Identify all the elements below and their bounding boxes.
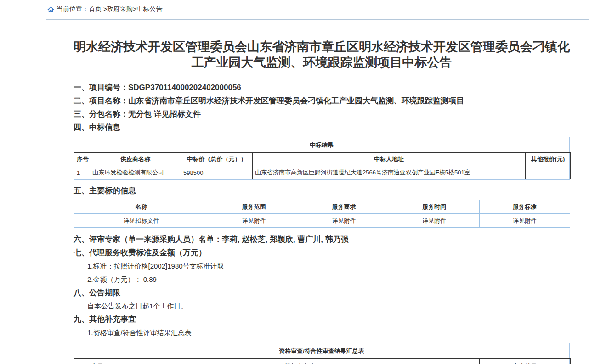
section-agency-fee: 七、代理服务收费标准及金额（万元） bbox=[74, 248, 570, 258]
section-project-number: 一、项目编号：SDGP370114000202402000056 bbox=[74, 83, 570, 92]
breadcrumb: 当前位置： 首页 > 政府采购 > 中标公告 bbox=[47, 5, 162, 13]
column-header: 服务范围 bbox=[209, 200, 299, 214]
cell-time: 详见附件 bbox=[389, 214, 480, 228]
section-award-info: 四、中标信息 bbox=[74, 123, 570, 132]
cell-standard: 详见附件 bbox=[480, 214, 570, 228]
column-header: 序号 bbox=[74, 153, 90, 166]
section-subpackage-name: 三、分包名称：无分包 详见招标文件 bbox=[74, 110, 570, 119]
award-table: 序号 供应商名称 中标价（总价（元）） 中标人地址 其他报价(元) 1 山东环发… bbox=[74, 152, 571, 179]
cell-scope: 详见附件 bbox=[209, 214, 299, 228]
cell-seq: 1 bbox=[74, 166, 90, 179]
project-name-value: 山东省济南市章丘区明水经济技术开发区管理委员会刁镇化工产业园大气监测、环境跟踪监… bbox=[128, 96, 464, 105]
review-table-caption: 资格审查/符合性审查结果汇总表 bbox=[74, 343, 569, 358]
column-header: 中标价（总价（元）） bbox=[181, 153, 253, 166]
breadcrumb-link-home[interactable]: 首页 bbox=[89, 5, 102, 13]
page-title: 明水经济技术开发区管理委员会山东省济南市章丘区明水经济技术开发区管理委员会刁镇化… bbox=[74, 39, 570, 70]
section-label: 二、项目名称： bbox=[74, 96, 128, 105]
review-table-header-row: 序号 投标人名称 审查结果 bbox=[74, 359, 571, 364]
announcement-content: 明水经济技术开发区管理委员会山东省济南市章丘区明水经济技术开发区管理委员会刁镇化… bbox=[74, 39, 570, 364]
column-header: 供应商名称 bbox=[90, 153, 181, 166]
other-matters-text: 1.资格审查/符合性评审结果汇总表 bbox=[87, 328, 570, 337]
award-table-row: 1 山东环发检验检测有限公司 598500 山东省济南市高新区巨野河街道世纪大道… bbox=[74, 166, 571, 179]
subject-table: 名称 服务范围 服务要求 服务时间 服务标准 详见招标文件 详见附件 详见附件 … bbox=[74, 200, 570, 228]
announcement-panel: 明水经济技术开发区管理委员会山东省济南市章丘区明水经济技术开发区管理委员会刁镇化… bbox=[46, 19, 589, 364]
column-header: 其他报价(元) bbox=[526, 153, 571, 166]
home-icon[interactable] bbox=[47, 6, 54, 13]
section-experts: 六、评审专家（单一来源采购人员）名单：李莉, 赵松芝, 郑颖欣, 曹广川, 韩乃… bbox=[74, 235, 570, 244]
column-header: 投标人名称 bbox=[120, 359, 480, 364]
subject-table-header-row: 名称 服务范围 服务要求 服务时间 服务标准 bbox=[74, 200, 570, 214]
cell-other-price bbox=[526, 166, 571, 179]
section-label: 六、评审专家（单一来源采购人员）名单： bbox=[74, 235, 222, 244]
section-label: 一、项目编号： bbox=[74, 83, 128, 92]
column-header: 服务要求 bbox=[299, 200, 389, 214]
award-table-header-row: 序号 供应商名称 中标价（总价（元）） 中标人地址 其他报价(元) bbox=[74, 153, 571, 166]
section-project-name: 二、项目名称：山东省济南市章丘区明水经济技术开发区管理委员会刁镇化工产业园大气监… bbox=[74, 96, 570, 106]
agency-fee-standard: 1.标准：按照计价格[2002]1980号文标准计取 bbox=[87, 262, 570, 271]
breadcrumb-link-current[interactable]: 中标公告 bbox=[136, 5, 162, 13]
subject-table-row: 详见招标文件 详见附件 详见附件 详见附件 详见附件 bbox=[74, 214, 570, 228]
project-number-value: SDGP370114000202402000056 bbox=[128, 83, 241, 92]
review-table: 序号 投标人名称 审查结果 bbox=[74, 358, 571, 364]
column-header: 中标人地址 bbox=[253, 153, 526, 166]
cell-price: 598500 bbox=[181, 166, 253, 179]
breadcrumb-label: 当前位置： bbox=[57, 5, 89, 13]
section-other-matters: 九、其他补充事宜 bbox=[74, 315, 570, 324]
section-announcement-period: 八、公告期限 bbox=[74, 288, 570, 297]
column-header: 审查结果 bbox=[480, 359, 571, 364]
subpackage-value: 无分包 详见招标文件 bbox=[128, 110, 201, 118]
cell-name: 详见招标文件 bbox=[74, 214, 209, 228]
cell-requirement: 详见附件 bbox=[299, 214, 389, 228]
announcement-period-text: 自本公告发布之日起1个工作日。 bbox=[87, 302, 570, 311]
breadcrumb-separator: > bbox=[133, 6, 136, 13]
agency-fee-amount: 2.金额（万元）： 0.89 bbox=[87, 275, 570, 284]
cell-address: 山东省济南市高新区巨野河街道世纪大道2566号济南迪亚双创产业园F栋5楼501室 bbox=[253, 166, 526, 179]
column-header: 序号 bbox=[74, 359, 120, 364]
cell-supplier: 山东环发检验检测有限公司 bbox=[90, 166, 181, 179]
breadcrumb-link-category[interactable]: 政府采购 bbox=[107, 5, 133, 13]
column-header: 服务标准 bbox=[480, 200, 570, 214]
section-label: 三、分包名称： bbox=[74, 110, 128, 118]
experts-value: 李莉, 赵松芝, 郑颖欣, 曹广川, 韩乃强 bbox=[222, 235, 349, 244]
column-header: 名称 bbox=[74, 200, 209, 214]
column-header: 服务时间 bbox=[389, 200, 480, 214]
award-table-caption: 中标结果 bbox=[74, 137, 569, 152]
review-table-frame: 资格审查/符合性审查结果汇总表 序号 投标人名称 审查结果 bbox=[74, 343, 570, 364]
section-subject-info: 五、主要标的信息 bbox=[74, 186, 570, 196]
award-table-frame: 中标结果 序号 供应商名称 中标价（总价（元）） 中标人地址 其他报价(元) 1… bbox=[74, 137, 570, 180]
breadcrumb-separator: > bbox=[102, 6, 107, 13]
